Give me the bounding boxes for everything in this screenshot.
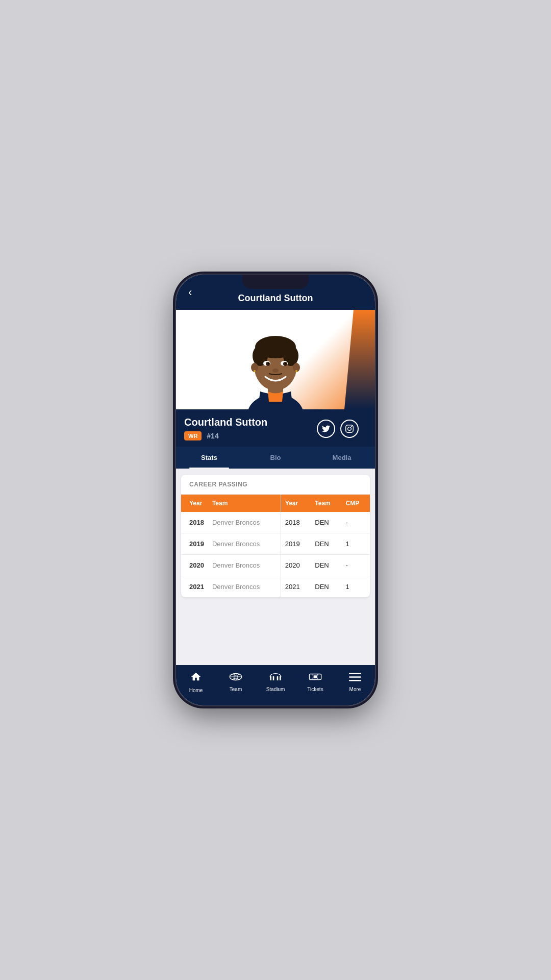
twitter-button[interactable] <box>317 420 335 438</box>
nav-tickets[interactable]: Tickets <box>295 669 335 695</box>
home-icon <box>190 671 202 685</box>
stats-content: CAREER PASSING Year Team Year Team CMP <box>176 469 375 665</box>
year-left: 2020 <box>181 555 208 576</box>
table-row: 2019 Denver Broncos 2019 DEN 1 <box>181 533 370 555</box>
tabs-bar: Stats Bio Media <box>176 447 375 469</box>
tab-media[interactable]: Media <box>309 447 375 469</box>
tickets-icon <box>309 671 322 684</box>
section-title: CAREER PASSING <box>189 481 362 488</box>
col-team-left: Team <box>208 495 281 512</box>
col-team-right: Team <box>311 495 341 512</box>
svg-rect-29 <box>349 673 361 674</box>
player-photo <box>176 310 375 409</box>
career-passing-card: CAREER PASSING Year Team Year Team CMP <box>181 475 370 597</box>
svg-rect-31 <box>349 680 361 681</box>
cmp-value: - <box>342 555 370 576</box>
team-right: DEN <box>311 512 341 533</box>
team-left: Denver Broncos <box>208 533 281 555</box>
year-right: 2021 <box>281 576 311 598</box>
team-right: DEN <box>311 533 341 555</box>
nav-stadium[interactable]: Stadium <box>256 669 295 695</box>
year-left: 2018 <box>181 512 208 533</box>
svg-point-14 <box>272 369 279 373</box>
svg-point-12 <box>268 363 269 364</box>
page-title: Courtland Sutton <box>238 293 313 304</box>
svg-rect-24 <box>278 676 280 680</box>
player-name: Courtland Sutton <box>184 416 267 428</box>
stadium-icon <box>269 671 282 684</box>
svg-point-13 <box>285 363 287 364</box>
svg-rect-22 <box>274 675 277 680</box>
nav-more[interactable]: More <box>335 669 375 695</box>
position-badge: WR <box>184 431 202 440</box>
bottom-nav: Home Team <box>176 665 375 705</box>
tab-stats[interactable]: Stats <box>176 447 242 469</box>
col-year-right: Year <box>281 495 311 512</box>
col-year-left: Year <box>181 495 208 512</box>
nav-team-label: Team <box>230 687 242 692</box>
svg-point-16 <box>295 370 297 372</box>
team-right: DEN <box>311 576 341 598</box>
col-cmp: CMP <box>342 495 370 512</box>
table-row: 2018 Denver Broncos 2018 DEN - <box>181 512 370 533</box>
team-icon <box>229 671 242 684</box>
cmp-value: 1 <box>342 576 370 598</box>
year-left: 2019 <box>181 533 208 555</box>
nav-team[interactable]: Team <box>216 669 256 695</box>
stats-table: Year Team Year Team CMP 2018 Denver Bron… <box>181 495 370 597</box>
more-icon <box>349 671 361 684</box>
nav-home-label: Home <box>189 688 203 693</box>
notch <box>242 275 309 289</box>
cmp-value: - <box>342 512 370 533</box>
year-right: 2020 <box>281 555 311 576</box>
svg-rect-23 <box>271 676 273 680</box>
year-left: 2021 <box>181 576 208 598</box>
team-left: Denver Broncos <box>208 576 281 598</box>
svg-rect-28 <box>314 675 317 678</box>
tab-bio[interactable]: Bio <box>242 447 309 469</box>
team-right: DEN <box>311 555 341 576</box>
nav-stadium-label: Stadium <box>266 687 285 692</box>
svg-point-15 <box>254 370 256 372</box>
team-left: Denver Broncos <box>208 512 281 533</box>
nav-home[interactable]: Home <box>176 669 216 695</box>
table-row: 2021 Denver Broncos 2021 DEN 1 <box>181 576 370 598</box>
team-left: Denver Broncos <box>208 555 281 576</box>
table-row: 2020 Denver Broncos 2020 DEN - <box>181 555 370 576</box>
year-right: 2018 <box>281 512 311 533</box>
player-number: #14 <box>207 432 218 440</box>
instagram-button[interactable] <box>340 420 359 438</box>
svg-rect-30 <box>349 676 361 678</box>
cmp-value: 1 <box>342 533 370 555</box>
back-button[interactable]: ‹ <box>184 284 196 301</box>
nav-more-label: More <box>349 687 361 692</box>
nav-tickets-label: Tickets <box>307 687 323 692</box>
year-right: 2019 <box>281 533 311 555</box>
player-info: Courtland Sutton WR #14 <box>176 409 375 447</box>
